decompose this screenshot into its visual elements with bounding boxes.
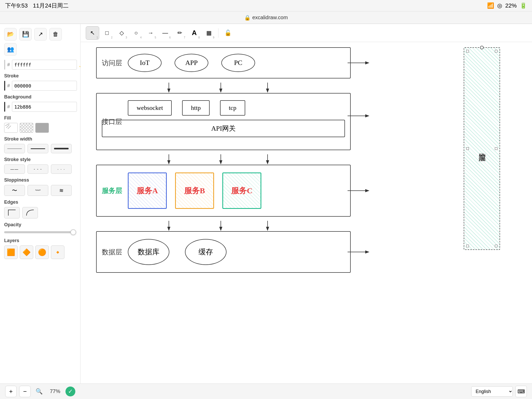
stroke-color-swatch[interactable]: [4, 81, 5, 91]
interface-to-monitor-arrow: [348, 112, 371, 120]
stroke-thin-button[interactable]: [4, 144, 25, 153]
lock-icon: 🔒: [244, 15, 251, 21]
access-layer-box: 访问层 IoT APP PC: [96, 47, 351, 78]
fill-cross-pattern[interactable]: [20, 123, 33, 133]
stroke-dotted-button[interactable]: · · ·: [51, 164, 72, 174]
collaborators-button[interactable]: 👥: [4, 43, 17, 56]
corner-mr: [495, 147, 497, 150]
edges-label: Edges: [4, 200, 76, 205]
bottom-bar: + − 🔍 77% ✓ English 中文 ⌨: [0, 383, 532, 399]
monitor-layer-label: 监控层: [477, 147, 487, 150]
interface-service-svg: [96, 154, 351, 165]
line-tool-button[interactable]: —6: [158, 26, 172, 40]
opacity-slider[interactable]: [4, 231, 76, 233]
stroke-thick-button[interactable]: [51, 144, 72, 153]
monitor-layer: 监控层: [464, 47, 500, 250]
monitor-top-circle: [480, 46, 484, 49]
layer-front-button[interactable]: 🟧: [4, 245, 18, 259]
layer-forward-button[interactable]: 🔶: [20, 245, 33, 259]
opacity-slider-wrap: [4, 230, 76, 234]
lock-tool-button[interactable]: 🔓: [221, 26, 235, 40]
bg2-color-input[interactable]: [12, 102, 77, 112]
date-display: 11月24日周二: [33, 2, 69, 10]
text-tool-button[interactable]: A8: [188, 26, 201, 40]
cache-item: 缓存: [185, 239, 227, 265]
top-toolbar: ↖1 □2 ◇3 ○4 →5 —6 ✏7 A8 ▦9 🔓: [81, 24, 532, 42]
websocket-item: websocket: [128, 100, 172, 116]
sloppiness-rough-button[interactable]: ≋: [51, 185, 72, 196]
corner-tl: [466, 50, 469, 52]
hash-symbol-bg: #: [7, 62, 10, 68]
diamond-tool-button[interactable]: ◇3: [115, 26, 128, 40]
iot-item: IoT: [128, 54, 162, 72]
stroke-solid-button[interactable]: ——: [4, 164, 25, 174]
draw-tool-button[interactable]: ✏7: [173, 26, 187, 40]
data-layer-label: 数据层: [102, 248, 122, 257]
zoom-in-button[interactable]: +: [5, 386, 17, 397]
api-gateway-item: API网关: [102, 120, 345, 137]
corner-bl: [466, 245, 469, 247]
battery-icon: 🔋: [520, 2, 527, 9]
bg2-color-swatch[interactable]: [4, 102, 5, 112]
corner-br: [495, 245, 497, 247]
zoom-out-button[interactable]: −: [19, 386, 31, 397]
canvas-area[interactable]: 监控层 访问层 IoT APP PC: [81, 42, 532, 383]
language-select[interactable]: English 中文: [471, 386, 513, 397]
app-item: APP: [175, 54, 208, 72]
access-interface-svg: [96, 83, 351, 93]
export-button[interactable]: ↗: [34, 28, 47, 41]
signal-icon: ◎: [497, 2, 502, 9]
diagram-container: 监控层 访问层 IoT APP PC: [96, 47, 499, 273]
stroke-label: Stroke: [4, 73, 76, 79]
service-layer-label: 服务层: [102, 186, 122, 195]
edges-round-button[interactable]: [22, 207, 38, 218]
url-bar: 🔒 excalidraw.com: [0, 11, 532, 24]
corner-ml: [466, 147, 469, 150]
stroke-style-label: Stroke style: [4, 157, 76, 162]
service-b-box: 服务B: [175, 172, 214, 209]
battery-level: 22%: [505, 2, 517, 9]
bg-color-swatch[interactable]: [4, 60, 5, 70]
edges-sharp-button[interactable]: [4, 207, 20, 218]
arrow-tool-button[interactable]: →5: [144, 26, 157, 40]
service-data-svg: [96, 221, 351, 231]
keyboard-button[interactable]: ⌨: [515, 386, 527, 397]
delete-button[interactable]: 🗑: [49, 28, 62, 41]
fill-hatch-pattern[interactable]: [4, 123, 18, 133]
data-layer-box: 数据层 数据库 缓存: [96, 231, 351, 273]
fill-patterns-row: [4, 123, 76, 133]
open-file-button[interactable]: 📂: [4, 28, 17, 41]
layer-backward-button[interactable]: 🟠: [35, 245, 49, 259]
background-color-row: # 🌙: [4, 60, 76, 70]
access-to-monitor-arrow: [348, 59, 371, 67]
select-tool-button[interactable]: ↖1: [86, 26, 99, 40]
save-button[interactable]: 💾: [19, 28, 32, 41]
sloppiness-clean-button[interactable]: 〜: [4, 185, 25, 196]
bg-color-input[interactable]: [12, 60, 77, 70]
stroke-dashed-button[interactable]: - - -: [28, 164, 48, 174]
arrows-service-data: [96, 221, 351, 231]
bottom-right: English 中文 ⌨: [471, 386, 527, 397]
stroke-color-input[interactable]: [12, 81, 77, 91]
ellipse-tool-button[interactable]: ○4: [129, 26, 143, 40]
service-c-box: 服务C: [222, 172, 261, 209]
sloppiness-medium-button[interactable]: 〰: [28, 185, 48, 196]
stroke-width-label: Stroke width: [4, 136, 76, 142]
fit-zoom-button[interactable]: 🔍: [33, 386, 45, 397]
fill-solid-pattern[interactable]: [35, 123, 49, 133]
stroke-color-row: #: [4, 81, 76, 91]
layer-back-button[interactable]: 🔸: [51, 245, 64, 259]
tcp-item: tcp: [220, 100, 245, 116]
stroke-medium-button[interactable]: [28, 144, 48, 153]
sloppiness-label: Sloppiness: [4, 177, 76, 183]
rect-tool-button[interactable]: □2: [100, 26, 114, 40]
service-to-monitor-arrow: [348, 187, 371, 195]
wifi-icon: 📶: [487, 2, 494, 9]
arrows-interface-service: [96, 154, 351, 165]
service-c-label: 服务C: [231, 185, 252, 196]
bottom-left: + − 🔍 77% ✓: [5, 386, 75, 397]
image-tool-button[interactable]: ▦9: [202, 26, 216, 40]
file-actions-row: 📂 💾 ↗ 🗑 👥: [4, 28, 76, 56]
service-a-label: 服务A: [137, 185, 158, 196]
service-b-label: 服务B: [184, 185, 205, 196]
